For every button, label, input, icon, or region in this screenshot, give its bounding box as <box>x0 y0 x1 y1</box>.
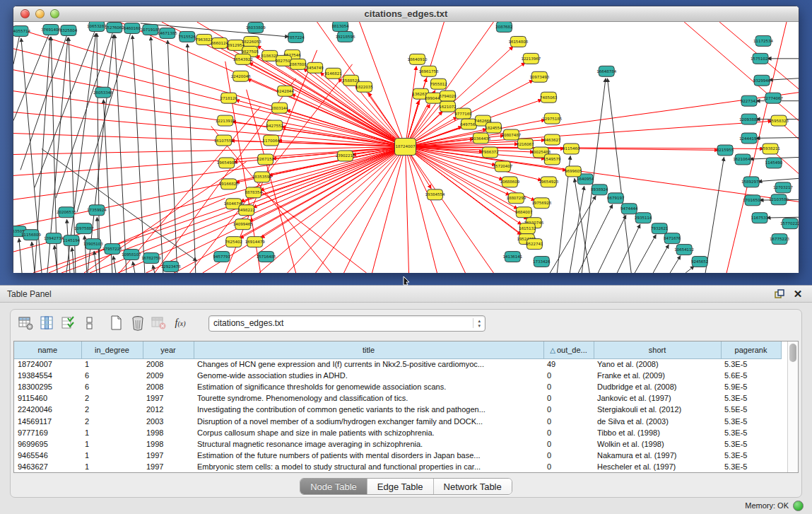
graph-node-label: 10975887 <box>74 226 94 230</box>
table-cell: 5.3E-5 <box>721 358 781 370</box>
table-row[interactable]: 946362711997Embryonic stem cells: a mode… <box>14 461 781 472</box>
table-selector-dropdown[interactable]: citations_edges.txt ▴▾ <box>208 315 486 332</box>
graph-node-label: 1170064 <box>262 139 280 143</box>
table-cell: Hescheler et al. (1997) <box>594 461 721 472</box>
graph-node-label: 10807487 <box>501 133 521 137</box>
graph-node-label: 7515526 <box>179 35 196 39</box>
table-cell: 5.3E-5 <box>721 415 781 426</box>
graph-node-label: 10654112 <box>674 247 694 252</box>
zoom-window-button[interactable] <box>50 9 59 18</box>
table-cell: 14569117 <box>14 415 81 426</box>
table-row[interactable]: 1456911722003Disruption of a novel membe… <box>14 415 781 426</box>
node-table-container: namein_degreeyeartitle△out_de...shortpag… <box>13 341 799 473</box>
graph-node-label: 14099465 <box>233 222 253 226</box>
minimize-window-button[interactable] <box>35 9 45 18</box>
graph-node-label: 18640910 <box>408 57 428 62</box>
graph-node-label: 8471676 <box>664 236 681 240</box>
table-row[interactable]: 2242004622012Investigating the contribut… <box>14 404 781 415</box>
function-builder-icon[interactable]: f(x) <box>172 315 189 332</box>
table-cell: de Silva et al. (2003) <box>594 415 721 426</box>
table-cell: Disruption of a novel member of a sodium… <box>194 415 543 426</box>
graph-node-label: 9474444 <box>620 206 638 211</box>
table-cell: 1997 <box>143 461 194 472</box>
table-cell: Tourette syndrome. Phenomenology and cla… <box>194 392 543 404</box>
graph-node-label: 8460160 <box>124 26 141 30</box>
table-cell: 5.6E-5 <box>721 370 781 381</box>
table-cell: Corpus callosum shape and size in male p… <box>194 427 543 438</box>
new-table-icon[interactable] <box>108 315 125 332</box>
graph-node-label: 2588520 <box>342 78 360 83</box>
table-cell: Estimation of significance thresholds fo… <box>194 381 543 392</box>
table-cell: 9465546 <box>14 450 81 461</box>
graph-node-label: 7857224 <box>287 35 305 40</box>
table-toolbar: f(x) citations_edges.txt ▴▾ <box>11 310 801 337</box>
graph-node-label: 1167531 <box>751 216 768 220</box>
tab-node-table[interactable]: Node Table <box>300 479 367 494</box>
graph-node-label: 9227342 <box>741 99 758 103</box>
graph-node-label: 16210643 <box>733 157 753 161</box>
table-row[interactable]: 1872400712008Changes of HCN gene express… <box>14 358 781 370</box>
graph-node-label: 18226053 <box>242 40 261 44</box>
graph-node-label: 18353594 <box>252 175 272 179</box>
table-cell: 0 <box>543 404 594 415</box>
table-cell: Wolkin et al. (1998) <box>594 438 721 450</box>
graph-node-label: 12213919 <box>216 119 235 123</box>
graph-node-label: 1621072 <box>439 105 456 109</box>
table-cell: Tibbo et al. (1998) <box>594 427 721 438</box>
scrollbar-thumb[interactable] <box>789 344 796 362</box>
graph-node-label: 12975185 <box>542 117 562 121</box>
select-all-icon[interactable] <box>60 315 77 332</box>
table-cell: 1997 <box>143 450 194 461</box>
graph-node-label: 6794028 <box>439 94 457 98</box>
table-cell: 9699695 <box>14 438 81 450</box>
graph-node-label: 12923478 <box>161 264 181 269</box>
table-row[interactable]: 1938455462009Genome-wide association stu… <box>14 370 781 381</box>
tab-edge-table[interactable]: Edge Table <box>367 479 433 494</box>
table-cell: 2012 <box>143 404 194 415</box>
float-panel-icon[interactable] <box>772 288 787 300</box>
table-cell: 0 <box>543 381 594 392</box>
graph-node-label: 15716485 <box>257 255 276 259</box>
tab-network-table[interactable]: Network Table <box>433 479 512 494</box>
table-cell: 5.3E-5 <box>721 461 781 472</box>
show-columns-icon[interactable] <box>39 315 56 332</box>
column-header-in_degree[interactable]: in_degree <box>81 341 143 358</box>
close-panel-icon[interactable]: ✕ <box>791 288 805 300</box>
graph-node-label: 12703217 <box>773 185 793 189</box>
graph-node-label: 15276062 <box>105 25 124 30</box>
table-cell: 1997 <box>143 392 194 404</box>
graph-node-label: 16782759 <box>141 256 161 260</box>
graph-node-label: 2867808 <box>289 62 307 66</box>
table-row[interactable]: 969969511998Structural magnetic resonanc… <box>14 438 781 450</box>
column-header-pagerank[interactable]: pagerank <box>721 341 781 358</box>
graph-node-label: 19654983 <box>217 160 237 165</box>
column-header-title[interactable]: title <box>194 341 543 358</box>
table-row[interactable]: 1830029562008Estimation of significance … <box>14 381 781 392</box>
table-row[interactable]: 911546021997Tourette syndrome. Phenomeno… <box>14 392 781 404</box>
table-cell: 6 <box>81 381 143 392</box>
window-titlebar[interactable]: citations_edges.txt <box>13 6 799 22</box>
column-header-out_de[interactable]: △out_de... <box>543 341 594 358</box>
graph-node-label: 19384554 <box>425 192 445 197</box>
delete-table-icon[interactable] <box>129 315 146 332</box>
table-panel-title: Table Panel <box>7 289 52 299</box>
graph-node-label: 1615132 <box>519 226 536 230</box>
graph-node-label: 28053346 <box>93 90 113 95</box>
close-window-button[interactable] <box>20 9 30 18</box>
table-settings-icon[interactable] <box>18 315 35 332</box>
column-header-name[interactable]: name <box>14 341 81 358</box>
graph-node-label: 17359924 <box>87 208 107 212</box>
graph-node-label: 7986372 <box>481 150 498 154</box>
graph-node-label: 1549579 <box>543 157 561 161</box>
mouse-cursor <box>402 276 411 286</box>
graph-node-label: 9329946 <box>753 78 771 83</box>
network-graph-canvas[interactable]: 1405571437691406832580410653287152760628… <box>13 22 799 273</box>
table-row[interactable]: 946554611997Estimation of the future num… <box>14 450 781 461</box>
table-vertical-scrollbar[interactable] <box>787 341 798 472</box>
column-header-short[interactable]: short <box>594 341 721 358</box>
rows-icon[interactable] <box>81 315 98 332</box>
column-header-year[interactable]: year <box>143 341 194 358</box>
graph-node-label: 15938211 <box>760 146 780 151</box>
table-row[interactable]: 977716911998Corpus callosum shape and si… <box>14 427 781 438</box>
graph-node-label: 7625402 <box>225 240 242 244</box>
